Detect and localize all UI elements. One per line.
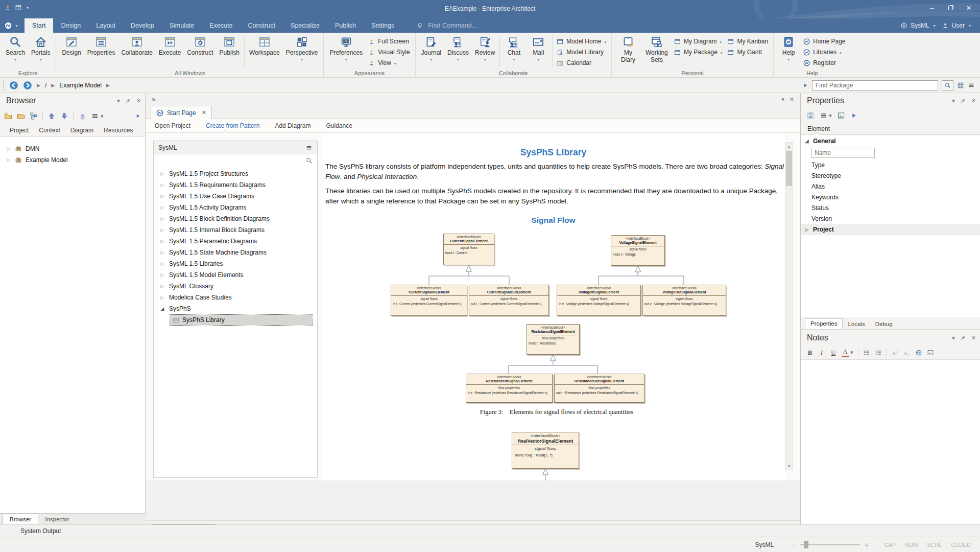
scroll-right-icon[interactable]	[135, 113, 141, 119]
property-row-status[interactable]: Status	[801, 202, 980, 213]
panel-pin-icon[interactable]	[960, 98, 966, 104]
user-menu[interactable]: User	[952, 22, 965, 29]
pattern-item[interactable]: ▷SysML 1.5 Model Elements	[154, 269, 317, 281]
panel-close-icon[interactable]: ✕	[971, 335, 976, 341]
start-page-tab[interactable]: Start Page ✕	[151, 106, 212, 119]
app-menu-button[interactable]: ▾	[0, 18, 25, 33]
property-row-type[interactable]: Type	[801, 159, 980, 170]
mail-button[interactable]: Mail▾	[526, 34, 551, 61]
review-button[interactable]: Review▾	[472, 34, 498, 61]
tab-layout[interactable]: Layout	[88, 18, 123, 33]
restore-button[interactable]	[941, 2, 960, 14]
browser-menu-icon[interactable]	[91, 112, 99, 120]
folder-icon[interactable]	[17, 112, 25, 120]
panel-pin-icon[interactable]	[960, 335, 966, 341]
find-package-search-button[interactable]	[942, 80, 953, 91]
scroll-up-icon[interactable]: ▲	[785, 143, 793, 150]
close-button[interactable]: ✕	[960, 2, 978, 14]
perspective-selector[interactable]: SysML	[911, 22, 929, 29]
expand-panel-icon[interactable]	[802, 82, 808, 88]
full-screen-button[interactable]: Full Screen	[368, 37, 410, 46]
tab-develop[interactable]: Develop	[123, 18, 162, 33]
model-library-button[interactable]: Model Library	[557, 48, 606, 57]
browser-menu-dropdown-icon[interactable]: ▾	[101, 113, 104, 120]
underline-icon[interactable]: U	[830, 349, 837, 357]
find-command-box[interactable]: Find Command...	[416, 18, 477, 33]
tab-start[interactable]: Start	[25, 18, 53, 33]
pattern-item[interactable]: ▷SysML 1.5 Requirements Diagrams	[154, 179, 317, 191]
search-button[interactable]: Search▾	[3, 34, 28, 61]
browser-tab-diagram[interactable]: Diagram	[66, 125, 98, 135]
status-perspective[interactable]: SysML	[755, 541, 774, 548]
working-sets-button[interactable]: Working Sets	[642, 34, 672, 64]
design-button[interactable]: Design	[59, 34, 84, 57]
menu-icon[interactable]	[968, 82, 975, 89]
new-diagram-icon[interactable]	[30, 112, 38, 120]
zoom-slider-thumb[interactable]	[804, 541, 808, 548]
appearance-icon[interactable]	[837, 111, 845, 120]
zoom-slider[interactable]	[800, 544, 860, 545]
libraries-button[interactable]: Libraries▾	[803, 48, 845, 57]
model-home-button[interactable]: Model Home▾	[557, 37, 606, 46]
panel-dropdown-icon[interactable]: ▾	[952, 98, 955, 104]
pattern-search-icon[interactable]	[306, 157, 313, 164]
pattern-item-sysphs-library-selected[interactable]: SysPhS Library	[170, 315, 312, 325]
insert-image-icon[interactable]	[927, 349, 934, 356]
tab-simulate[interactable]: Simulate	[162, 18, 202, 33]
calendar-button[interactable]: Calendar	[557, 58, 606, 67]
help-button[interactable]: Help▾	[776, 34, 801, 61]
notes-editor[interactable]	[801, 359, 980, 524]
link-guidance[interactable]: Guidance	[326, 122, 352, 129]
pattern-item[interactable]: ▷SysML 1.5 Internal Block Diagrams	[154, 224, 317, 236]
tree-item-example-model[interactable]: ▷ Example Model	[0, 154, 145, 166]
numbered-list-icon[interactable]: 123	[875, 349, 882, 356]
tab-locals[interactable]: Locals	[843, 319, 870, 329]
link-add-diagram[interactable]: Add Diagram	[275, 122, 310, 129]
tab-settings[interactable]: Settings	[364, 18, 402, 33]
bold-icon[interactable]: B	[806, 349, 814, 357]
pattern-item[interactable]: ▷SysML 1.5 Parametric Diagrams	[154, 236, 317, 247]
execute-button[interactable]: Execute	[156, 34, 184, 57]
minimize-button[interactable]: –	[923, 2, 941, 14]
scroll-right-icon[interactable]	[850, 112, 857, 119]
pattern-item[interactable]: ▷SysML 1.5 Activity Diagrams	[154, 202, 317, 213]
browser-tab-context[interactable]: Context	[34, 125, 64, 135]
discuss-button[interactable]: Discuss▾	[444, 34, 472, 61]
move-down-icon[interactable]	[60, 112, 68, 120]
italic-icon[interactable]: I	[818, 349, 825, 357]
tab-list-dropdown-icon[interactable]: ▾	[781, 96, 784, 103]
pattern-item[interactable]: ▷SysML 1.5 Block Definition Diagrams	[154, 213, 317, 224]
collaborate-button[interactable]: Collaborate	[118, 34, 155, 57]
link-create-from-pattern[interactable]: Create from Pattern	[206, 122, 259, 129]
panel-dropdown-icon[interactable]: ▾	[952, 335, 955, 341]
my-diary-button[interactable]: My Diary	[614, 34, 642, 64]
workspace-button[interactable]: Workspace	[246, 34, 283, 57]
tab-properties[interactable]: Properties	[805, 318, 843, 329]
grid-view-icon[interactable]	[957, 82, 964, 89]
section-general[interactable]: ◢General	[801, 135, 980, 147]
tab-specialize[interactable]: Specialize	[283, 18, 327, 33]
tab-construct[interactable]: Construct	[241, 18, 283, 33]
property-row-version[interactable]: Version	[801, 213, 980, 224]
portals-button[interactable]: Portals▾	[28, 34, 53, 61]
register-button[interactable]: Register	[803, 58, 845, 67]
visual-style-button[interactable]: Visual Style	[368, 48, 410, 57]
browser-tab-project[interactable]: Project	[5, 125, 33, 135]
navigate-forward-button[interactable]	[23, 81, 32, 90]
tab-publish[interactable]: Publish	[327, 18, 364, 33]
panel-pin-icon[interactable]	[125, 98, 131, 104]
journal-button[interactable]: Journal▾	[418, 34, 444, 61]
link-open-project[interactable]: Open Project	[155, 122, 190, 129]
close-tab-icon[interactable]: ✕	[202, 109, 206, 116]
perspective-button[interactable]: Perspective▾	[283, 34, 321, 61]
expand-arrow-icon[interactable]: ▷	[6, 157, 11, 163]
chat-button[interactable]: Chat▾	[501, 34, 526, 61]
breadcrumb-current[interactable]: Example Model	[59, 82, 102, 89]
pattern-item[interactable]: ▷Modelica Case Studies	[154, 292, 317, 303]
bullet-list-icon[interactable]	[863, 349, 870, 356]
properties-button[interactable]: Properties	[84, 34, 118, 57]
zoom-out-icon[interactable]: −	[791, 541, 795, 549]
menu-dropdown-icon[interactable]: ▾	[829, 112, 832, 119]
pattern-item[interactable]: ▷SysML Glossary	[154, 281, 317, 292]
tab-debug[interactable]: Debug	[870, 319, 898, 329]
